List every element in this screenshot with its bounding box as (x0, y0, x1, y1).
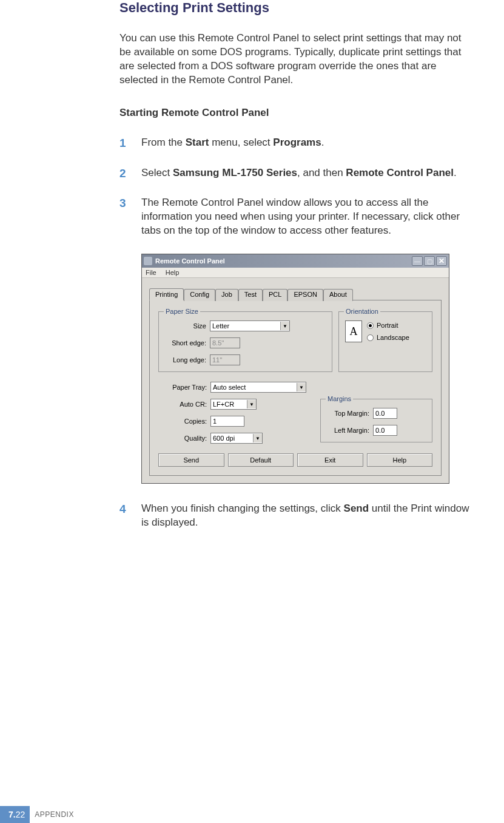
step-number: 2 (119, 166, 141, 181)
paper-tray-select[interactable]: Auto select ▼ (210, 382, 306, 393)
margins-group: Margins Top Margin: 0.0 Left Margin: 0.0 (320, 399, 432, 442)
step-3: 3 The Remote Control Panel window allows… (119, 196, 471, 238)
window-title: Remote Control Panel (155, 257, 412, 265)
landscape-radio[interactable]: Landscape (367, 334, 409, 341)
tab-panel-printing: Paper Size Size Letter ▼ Short edge: 8.5… (149, 300, 442, 476)
intro-text: You can use this Remote Control Panel to… (119, 32, 471, 87)
tab-epson[interactable]: EPSON (287, 289, 323, 301)
chapter-number: 7. (8, 810, 16, 819)
tab-strip: Printing Config Job Test PCL EPSON About (149, 288, 442, 300)
chevron-down-icon: ▼ (247, 400, 256, 408)
chevron-down-icon: ▼ (297, 383, 306, 391)
section-heading: Starting Remote Control Panel (119, 107, 471, 119)
tab-job[interactable]: Job (215, 289, 238, 301)
tab-printing[interactable]: Printing (149, 288, 184, 300)
menu-help[interactable]: Help (166, 269, 180, 276)
copies-label: Copies: (158, 418, 210, 425)
long-edge-label: Long edge: (165, 356, 210, 364)
menubar: File Help (142, 268, 449, 278)
chevron-down-icon: ▼ (280, 322, 289, 330)
maximize-button[interactable]: ▢ (424, 256, 435, 266)
app-icon (144, 257, 152, 265)
left-margin-label: Left Margin: (327, 427, 373, 434)
orientation-group: Orientation A Portrait Landscape (338, 311, 432, 372)
footer-label: APPENDIX (35, 810, 74, 819)
size-select[interactable]: Letter ▼ (210, 320, 290, 331)
step-text: The Remote Control Panel window allows y… (141, 196, 471, 238)
short-edge-input: 8.5'' (210, 337, 240, 348)
menu-file[interactable]: File (146, 269, 156, 276)
page-number: 22 (16, 810, 25, 819)
chevron-down-icon: ▼ (253, 434, 262, 442)
send-button[interactable]: Send (158, 453, 224, 467)
step-text: When you finish changing the settings, c… (141, 502, 471, 530)
step-4: 4 When you finish changing the settings,… (119, 502, 471, 530)
autocr-label: Auto CR: (158, 401, 210, 408)
paper-tray-label: Paper Tray: (158, 384, 210, 391)
close-button[interactable]: ✕ (436, 256, 447, 266)
tab-test[interactable]: Test (238, 289, 263, 301)
step-2: 2 Select Samsung ML-1750 Series, and the… (119, 166, 471, 181)
orientation-legend: Orientation (344, 308, 380, 315)
tab-about[interactable]: About (323, 289, 353, 301)
exit-button[interactable]: Exit (297, 453, 363, 467)
step-1: 1 From the Start menu, select Programs. (119, 136, 471, 151)
left-margin-input[interactable]: 0.0 (373, 425, 397, 436)
long-edge-input: 11'' (210, 354, 240, 365)
top-margin-input[interactable]: 0.0 (373, 408, 397, 419)
size-label: Size (165, 322, 210, 330)
radio-icon (367, 334, 374, 341)
quality-select[interactable]: 600 dpi ▼ (210, 433, 263, 444)
page-footer: 7.22 APPENDIX (0, 806, 74, 823)
autocr-select[interactable]: LF+CR ▼ (210, 399, 257, 410)
margins-legend: Margins (326, 395, 353, 402)
step-number: 3 (119, 196, 141, 238)
step-text: From the Start menu, select Programs. (141, 136, 324, 151)
landscape-label: Landscape (377, 334, 409, 341)
page-number-box: 7.22 (0, 806, 30, 823)
step-text: Select Samsung ML-1750 Series, and then … (141, 166, 457, 181)
portrait-label: Portrait (377, 322, 398, 329)
tab-config[interactable]: Config (184, 289, 215, 301)
step-number: 1 (119, 136, 141, 151)
radio-icon (367, 322, 374, 329)
default-button[interactable]: Default (228, 453, 294, 467)
page-title: Selecting Print Settings (119, 0, 471, 16)
top-margin-label: Top Margin: (327, 410, 373, 417)
portrait-radio[interactable]: Portrait (367, 322, 409, 329)
quality-label: Quality: (158, 435, 210, 442)
paper-size-legend: Paper Size (164, 308, 200, 315)
tab-pcl[interactable]: PCL (263, 289, 287, 301)
titlebar: Remote Control Panel — ▢ ✕ (142, 254, 449, 268)
copies-input[interactable]: 1 (210, 416, 244, 427)
remote-control-panel-dialog: Remote Control Panel — ▢ ✕ File Help Pri… (141, 254, 449, 484)
short-edge-label: Short edge: (165, 339, 210, 347)
step-number: 4 (119, 502, 141, 530)
orientation-preview-icon: A (345, 320, 362, 342)
help-button[interactable]: Help (367, 453, 433, 467)
paper-size-group: Paper Size Size Letter ▼ Short edge: 8.5… (158, 311, 332, 372)
minimize-button[interactable]: — (412, 256, 423, 266)
